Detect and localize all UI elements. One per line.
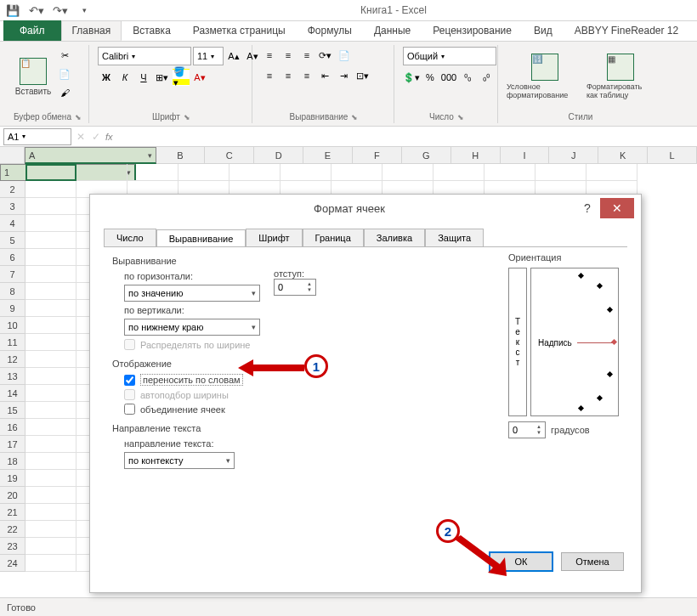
cell[interactable] [26,368,76,385]
row-header[interactable]: 13 [0,368,26,385]
cell[interactable] [26,317,76,334]
cell[interactable] [178,164,230,181]
merge-center-button[interactable]: ⊡▾ [354,67,371,84]
tab-insert[interactable]: Вставка [122,20,182,41]
comma-button[interactable]: 000 [440,69,457,86]
cell[interactable] [26,521,76,538]
wrap-text-checkbox[interactable] [124,375,135,386]
row-header[interactable]: 20 [0,487,26,504]
dialog-tab-alignment[interactable]: Выравнивание [156,229,246,247]
row-header[interactable]: 22 [0,521,26,538]
vertical-select[interactable]: по нижнему краю [124,319,260,336]
cell[interactable] [26,538,76,555]
row-header[interactable]: 23 [0,538,26,555]
cell[interactable] [26,215,76,232]
dialog-tab-fill[interactable]: Заливка [364,229,425,246]
name-box[interactable]: A1 [3,128,71,145]
bold-button[interactable]: Ж [98,69,115,86]
font-size-select[interactable]: 11 [193,47,224,65]
row-header[interactable]: 18 [0,453,26,470]
row-header[interactable]: 2 [0,181,26,198]
cell[interactable] [26,504,76,521]
undo-button[interactable]: ↶▾ [27,2,46,19]
cell[interactable] [26,164,76,181]
cell[interactable] [230,164,280,181]
fill-color-button[interactable]: 🪣▾ [173,69,190,86]
clipboard-launcher[interactable]: ⬊ [75,113,82,122]
dialog-tab-font[interactable]: Шрифт [246,229,302,246]
row-header[interactable]: 9 [0,300,26,317]
row-header[interactable]: 6 [0,249,26,266]
italic-button[interactable]: К [116,69,133,86]
tab-file[interactable]: Файл [3,20,61,41]
cell[interactable] [26,453,76,470]
column-header[interactable]: L [648,147,697,163]
row-header[interactable]: 16 [0,419,26,436]
font-color-button[interactable]: A▾ [191,69,208,86]
dialog-close-button[interactable]: ✕ [600,198,634,218]
cell[interactable] [434,164,484,181]
tab-view[interactable]: Вид [523,20,564,41]
row-header[interactable]: 8 [0,283,26,300]
cell[interactable] [484,164,536,181]
increase-decimal-button[interactable]: ⁰₀ [459,69,476,86]
tab-review[interactable]: Рецензирование [422,20,523,41]
font-launcher[interactable]: ⬊ [184,113,190,122]
orientation-dial[interactable]: Надпись [530,268,619,416]
decrease-indent-button[interactable]: ⇤ [317,67,334,84]
tab-home[interactable]: Главная [61,20,122,41]
row-header[interactable]: 14 [0,385,26,402]
tab-abbyy[interactable]: ABBYY FineReader 12 [564,20,690,41]
column-header[interactable]: A [25,147,156,164]
cell[interactable] [26,232,76,249]
select-all-corner[interactable] [0,147,25,163]
align-center-button[interactable]: ≡ [280,67,297,84]
dialog-help-button[interactable]: ? [575,201,600,215]
wrap-text-button[interactable]: 📄 [336,47,353,64]
row-header[interactable]: 15 [0,402,26,419]
number-format-select[interactable]: Общий [403,47,496,65]
tab-page-layout[interactable]: Разметка страницы [182,20,297,41]
orientation-button[interactable]: ⟳▾ [317,47,334,64]
cell[interactable] [26,436,76,453]
cell[interactable] [26,419,76,436]
row-header[interactable]: 17 [0,436,26,453]
align-middle-button[interactable]: ≡ [280,47,297,64]
cancel-formula-icon[interactable]: ✕ [76,131,85,143]
cell[interactable] [26,487,76,504]
cell[interactable] [536,164,586,181]
underline-button[interactable]: Ч [135,69,152,86]
format-painter-button[interactable]: 🖌 [56,84,73,101]
fx-icon[interactable]: fx [105,132,113,142]
text-direction-select[interactable]: по контексту [124,452,235,469]
cell[interactable] [26,555,76,572]
save-button[interactable]: 💾 [3,2,22,19]
row-header[interactable]: 19 [0,470,26,487]
dialog-tab-border[interactable]: Граница [303,229,364,246]
cell[interactable] [26,266,76,283]
column-header[interactable]: J [549,147,598,163]
column-header[interactable]: E [303,147,353,163]
indent-spinner[interactable]: 0 ▲▼ [274,279,316,296]
column-header[interactable]: K [598,147,648,163]
tab-formulas[interactable]: Формулы [297,20,363,41]
orientation-vertical[interactable]: Текст [508,268,527,416]
horizontal-select[interactable]: по значению [124,285,260,302]
align-bottom-button[interactable]: ≡ [298,47,315,64]
percent-button[interactable]: % [422,69,439,86]
row-header[interactable]: 24 [0,555,26,572]
cell[interactable] [382,164,434,181]
borders-button[interactable]: ⊞▾ [154,69,171,86]
cell[interactable] [280,164,332,181]
qat-customize[interactable]: ▾ [75,2,94,19]
increase-indent-button[interactable]: ⇥ [336,67,353,84]
dialog-tab-number[interactable]: Число [104,229,156,246]
cell[interactable] [26,470,76,487]
alignment-launcher[interactable]: ⬊ [351,113,358,122]
increase-font-button[interactable]: A▴ [225,48,242,65]
cell[interactable] [26,334,76,351]
copy-button[interactable]: 📄 [56,65,73,82]
cell[interactable] [586,164,638,181]
font-name-select[interactable]: Calibri [98,47,191,65]
cut-button[interactable]: ✂ [56,47,73,64]
